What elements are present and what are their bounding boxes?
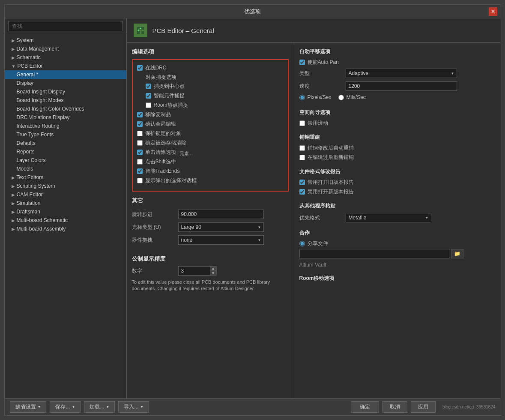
load-button[interactable]: 加载... ▼: [84, 401, 115, 413]
enable-auto-pan-checkbox[interactable]: [299, 60, 305, 65]
auto-repour-row[interactable]: 铺铜修改后自动重铺: [299, 144, 496, 152]
disable-old-checkbox[interactable]: [299, 180, 305, 185]
remove-duplicates-row[interactable]: 移除复制品: [137, 111, 284, 118]
sidebar-item-data-management[interactable]: ▶ Data Management: [5, 45, 126, 53]
room-move-title: Room移动选项: [299, 275, 496, 282]
sidebar-label-interactive-routing: Interactive Routing: [17, 123, 60, 129]
auto-repour-checkbox[interactable]: [299, 145, 305, 151]
sidebar-item-models[interactable]: Models: [5, 165, 126, 173]
sidebar-item-board-insight-color-overrides[interactable]: Board Insight Color Overrides: [5, 105, 126, 113]
sidebar-label-display: Display: [17, 80, 33, 86]
sidebar-item-reports[interactable]: Reports: [5, 147, 126, 156]
show-dialog-row[interactable]: 显示弹出的选择对话框: [137, 177, 284, 184]
sidebar-item-interactive-routing[interactable]: Interactive Routing: [5, 122, 126, 130]
confirm-global-checkbox[interactable]: [137, 121, 143, 127]
shift-select-row[interactable]: 点击Shift选中: [137, 158, 284, 165]
cursor-dropdown[interactable]: Large 90 Small 90 Small 45: [178, 222, 264, 232]
cancel-button[interactable]: 取消: [382, 401, 407, 413]
sidebar-item-display[interactable]: Display: [5, 79, 126, 87]
confirm-clear-row[interactable]: 确定被选存储清除: [137, 139, 284, 147]
sidebar-item-layer-colors[interactable]: Layer Colors: [5, 156, 126, 165]
sidebar-item-simulation[interactable]: ▶ Simulation: [5, 199, 126, 207]
repour-after-edit-checkbox[interactable]: [299, 155, 305, 160]
speed-input[interactable]: [346, 81, 457, 91]
show-dialog-label: 显示弹出的选择对话框: [145, 177, 197, 184]
style-dropdown[interactable]: Adaptive Fixed Size Jump Shift Accelerat…: [346, 69, 457, 78]
folder-button[interactable]: 📁: [451, 249, 463, 258]
sidebar-item-multi-board-schematic[interactable]: ▶ Multi-board Schematic: [5, 216, 126, 225]
smart-snap-checkbox[interactable]: [146, 93, 151, 99]
protect-locked-row[interactable]: 保护锁定的对象: [137, 130, 284, 137]
priority-dropdown[interactable]: Metafile Bitmap Text: [346, 213, 431, 222]
protect-locked-checkbox[interactable]: [137, 131, 143, 136]
search-input[interactable]: [8, 21, 123, 31]
room-hotspot-checkbox[interactable]: [146, 102, 151, 108]
unit-mils-label: Mils/Sec: [347, 94, 366, 100]
confirm-clear-checkbox[interactable]: [137, 140, 143, 146]
sidebar-item-true-type-fonts[interactable]: True Type Fonts: [5, 130, 126, 139]
sidebar-item-drc-violations[interactable]: DRC Violations Display: [5, 113, 126, 122]
sidebar-item-board-insight-modes[interactable]: Board Insight Modes: [5, 96, 126, 105]
unit-pixels-row[interactable]: Pixels/Sex: [299, 94, 332, 100]
smart-track-row[interactable]: 智能TrackEnds: [137, 168, 284, 175]
share-file-radio[interactable]: [299, 241, 305, 246]
tree: ▶ System ▶ Data Management ▶ Schematic ▼…: [5, 34, 126, 398]
share-file-row[interactable]: 分享文件: [299, 240, 496, 247]
room-move-section: Room移动选项: [299, 275, 496, 282]
sidebar-item-cam-editor[interactable]: ▶ CAM Editor: [5, 190, 126, 199]
shift-select-checkbox[interactable]: [137, 159, 143, 165]
snap-center-checkbox[interactable]: [146, 84, 151, 89]
close-button[interactable]: ✕: [489, 7, 497, 16]
import-button[interactable]: 导入... ▼: [118, 401, 149, 413]
page-icon: [134, 24, 147, 37]
altium-vault-label: Altium Vault: [299, 262, 496, 268]
sidebar-label-general: General *: [17, 72, 39, 78]
sidebar-item-draftsman[interactable]: ▶ Draftsman: [5, 207, 126, 216]
save-button[interactable]: 保存... ▼: [50, 401, 81, 413]
sidebar-item-pcb-editor[interactable]: ▼ PCB Editor: [5, 62, 126, 70]
default-settings-button[interactable]: 缺省设置 ▼: [10, 401, 47, 413]
snap-center-row[interactable]: 捕捉到中心点: [146, 83, 284, 90]
click-clear-row[interactable]: 单击清除选项: [137, 149, 176, 156]
confirm-global-row[interactable]: 确认全局编辑: [137, 120, 284, 128]
apply-button[interactable]: 应用: [411, 401, 436, 413]
sidebar-item-scripting-system[interactable]: ▶ Scripting System: [5, 182, 126, 190]
unit-mils-radio[interactable]: [338, 95, 344, 100]
dialog: 优选项 ✕ ▶ System ▶ Data Management ▶: [4, 4, 501, 416]
disable-scroll-row[interactable]: 禁用滚动: [299, 120, 496, 127]
smart-track-checkbox[interactable]: [137, 168, 143, 174]
disable-old-row[interactable]: 禁用打开旧版本报告: [299, 179, 496, 186]
sidebar-item-general[interactable]: General *: [5, 70, 126, 79]
sidebar-item-defaults[interactable]: Defaults: [5, 139, 126, 147]
remove-duplicates-checkbox[interactable]: [137, 112, 143, 117]
auto-repour-label: 铺铜修改后自动重铺: [308, 144, 354, 152]
component-drag-dropdown[interactable]: none Connected Tracks: [178, 235, 264, 245]
disable-new-checkbox[interactable]: [299, 189, 305, 195]
share-input[interactable]: [299, 249, 449, 258]
arrow-multi-board-assembly: ▶: [12, 227, 15, 231]
online-drc-row[interactable]: 在线DRC: [137, 64, 284, 72]
repour-after-edit-row[interactable]: 在编辑过后重新铺铜: [299, 154, 496, 161]
ok-button[interactable]: 确定: [351, 401, 379, 413]
unit-mils-row[interactable]: Mils/Sec: [338, 94, 366, 100]
room-hotspot-row[interactable]: Room热点捕捉: [146, 102, 284, 109]
sidebar-item-text-editors[interactable]: ▶ Text Editors: [5, 173, 126, 182]
sidebar-item-multi-board-assembly[interactable]: ▶ Multi-board Assembly: [5, 225, 126, 233]
disable-scroll-checkbox[interactable]: [299, 120, 305, 126]
rotation-row: 旋转步进: [132, 210, 289, 219]
sidebar-item-system[interactable]: ▶ System: [5, 36, 126, 45]
load-label: 加载...: [90, 403, 104, 411]
show-dialog-checkbox[interactable]: [137, 178, 143, 183]
click-clear-checkbox[interactable]: [137, 150, 143, 155]
smart-snap-row[interactable]: 智能元件捕捉: [146, 92, 284, 99]
sidebar-item-schematic[interactable]: ▶ Schematic: [5, 53, 126, 62]
disable-new-row[interactable]: 禁用打开新版本报告: [299, 188, 496, 195]
enable-auto-pan-row[interactable]: 使能Auto Pan: [299, 59, 496, 66]
spinbox-down[interactable]: ▼: [210, 271, 217, 276]
rotation-input[interactable]: [178, 210, 264, 219]
online-drc-checkbox[interactable]: [137, 65, 143, 71]
arrow-data-management: ▶: [12, 47, 15, 51]
spinbox-up[interactable]: ▲: [210, 266, 217, 271]
unit-pixels-radio[interactable]: [299, 95, 305, 100]
sidebar-item-board-insight-display[interactable]: Board Insight Display: [5, 87, 126, 96]
